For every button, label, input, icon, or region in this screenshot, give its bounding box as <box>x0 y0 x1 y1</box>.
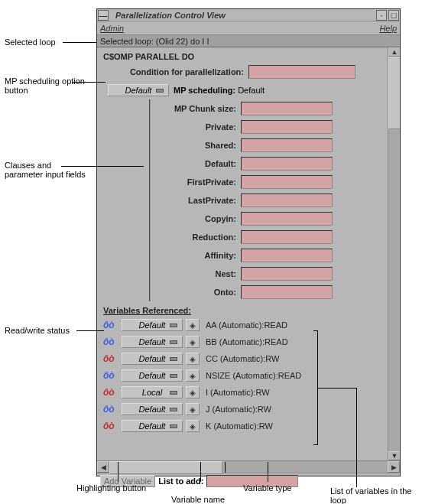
clause-label: LastPrivate: <box>157 196 241 205</box>
clause-label: Nest: <box>157 269 241 278</box>
scope-button[interactable]: Default <box>122 319 183 331</box>
scope-button[interactable]: Default <box>122 420 183 432</box>
clause-field[interactable] <box>241 175 333 189</box>
content-area: C$OMP PARALLEL DO Condition for parallel… <box>97 47 400 460</box>
clause-label: Copyin: <box>157 214 241 223</box>
menu-admin[interactable]: Admin <box>100 24 124 33</box>
highlight-button[interactable]: ◈ <box>186 369 200 382</box>
highlight-button[interactable]: ◈ <box>186 336 200 348</box>
variables-section: Variables Referenced: ôòDefault◈AA (Auto… <box>103 306 385 434</box>
variable-row: ôòDefault◈K (Automatic):RW <box>103 418 385 434</box>
scope-button[interactable]: Default <box>122 353 183 365</box>
clause-field[interactable] <box>241 120 333 134</box>
clause-label: Affinity: <box>157 251 241 260</box>
clause-field[interactable] <box>241 102 333 115</box>
clause-field[interactable] <box>241 138 333 152</box>
horizontal-scrollbar[interactable]: ◀ ▶ <box>97 460 400 473</box>
rw-status-icon: ôò <box>103 370 118 381</box>
clause-field[interactable] <box>241 249 333 262</box>
cond-label: Condition for parallelization: <box>103 67 248 76</box>
clause-field[interactable] <box>241 193 333 207</box>
variable-text: J (Automatic):RW <box>203 405 271 414</box>
variable-row: ôòDefault◈NSIZE (Automatic):READ <box>103 367 385 384</box>
highlight-button[interactable]: ◈ <box>186 353 200 365</box>
omp-heading: C$OMP PARALLEL DO <box>103 52 385 61</box>
variable-text: I (Automatic):RW <box>203 388 270 397</box>
clause-label: Private: <box>157 122 241 132</box>
variable-text: BB (Automatic):READ <box>203 337 288 346</box>
clause-label: MP Chunk size: <box>157 104 241 113</box>
scroll-up-icon[interactable]: ▲ <box>388 47 400 57</box>
scope-button[interactable]: Local <box>122 386 183 398</box>
selected-loop-bar: Selected loop: (Olid 22) do I I <box>97 35 400 47</box>
mp-scheduling-button[interactable]: Default <box>108 84 169 96</box>
variable-row: ôòLocal◈I (Automatic):RW <box>103 384 385 401</box>
window-menu-icon[interactable]: — <box>98 10 109 21</box>
highlight-button[interactable]: ◈ <box>186 319 200 331</box>
variables-heading: Variables Referenced: <box>103 306 385 315</box>
callout-var-name: Variable name <box>171 495 225 504</box>
menubar: Admin Help <box>97 21 400 35</box>
rw-status-icon: ôò <box>103 353 118 364</box>
variable-row: ôòDefault◈CC (Automatic):RW <box>103 350 385 367</box>
scroll-down-icon[interactable]: ▼ <box>388 451 400 460</box>
variable-row: ôòDefault◈BB (Automatic):READ <box>103 333 385 350</box>
callout-mp-option: MP scheduling option button <box>5 76 89 95</box>
scope-button[interactable]: Default <box>122 336 183 348</box>
clause-field[interactable] <box>241 285 333 299</box>
callout-rw-status: Read/write status <box>5 326 70 335</box>
variable-text: AA (Automatic):READ <box>203 320 287 330</box>
clause-label: Reduction: <box>157 232 241 242</box>
variable-row: ôòDefault◈AA (Automatic):READ <box>103 317 385 333</box>
list-to-add-label: List to add: <box>158 476 203 486</box>
vertical-scrollbar[interactable]: ▲ ▼ <box>388 47 400 460</box>
variable-text: K (Automatic):RW <box>203 421 273 431</box>
callout-var-list: List of variables in the loop <box>330 486 414 504</box>
clause-label: FirstPrivate: <box>157 177 241 187</box>
titlebar: — Parallelization Control View · □ <box>97 9 400 21</box>
scroll-right-icon[interactable]: ▶ <box>388 461 400 473</box>
highlight-button[interactable]: ◈ <box>186 403 200 415</box>
callout-var-type: Variable type <box>243 483 291 493</box>
rw-status-icon: ôò <box>103 387 118 398</box>
window-title: Parallelization Control View <box>109 11 375 20</box>
clause-field[interactable] <box>241 267 333 281</box>
cond-field[interactable] <box>248 65 355 79</box>
clause-field[interactable] <box>241 230 333 244</box>
scope-button[interactable]: Default <box>122 403 183 415</box>
mp-sched-label: MP scheduling: Default <box>174 86 265 95</box>
rw-status-icon: ôò <box>103 320 118 330</box>
rw-status-icon: ôò <box>103 404 118 415</box>
maximize-icon[interactable]: □ <box>388 10 399 21</box>
rw-status-icon: ôò <box>103 337 118 347</box>
highlight-button[interactable]: ◈ <box>186 386 200 398</box>
variable-row: ôòDefault◈J (Automatic):RW <box>103 401 385 418</box>
minimize-icon[interactable]: · <box>376 10 387 21</box>
clause-field[interactable] <box>241 157 333 171</box>
parallelization-window: — Parallelization Control View · □ Admin… <box>96 8 401 476</box>
scope-button[interactable]: Default <box>122 369 183 382</box>
callout-hl-button: Highlighting button <box>76 483 146 493</box>
scroll-left-icon[interactable]: ◀ <box>97 461 109 473</box>
variable-text: CC (Automatic):RW <box>203 354 279 363</box>
callout-selected-loop: Selected loop <box>5 37 56 47</box>
menu-help[interactable]: Help <box>379 24 397 33</box>
clause-label: Shared: <box>157 141 241 150</box>
rw-status-icon: ôò <box>103 421 118 431</box>
variable-text: NSIZE (Automatic):READ <box>203 371 301 380</box>
clauses-section: MP Chunk size:Private:Shared:Default:Fir… <box>149 99 385 301</box>
clause-field[interactable] <box>241 212 333 226</box>
clause-label: Default: <box>157 159 241 168</box>
callout-clauses: Clauses and parameter input fields <box>5 161 89 179</box>
clause-label: Onto: <box>157 288 241 297</box>
highlight-button[interactable]: ◈ <box>186 420 200 432</box>
